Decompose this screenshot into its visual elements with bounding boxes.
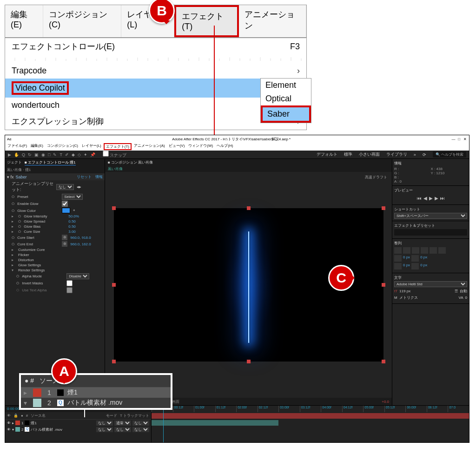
- submenu-optical[interactable]: Optical: [261, 92, 311, 105]
- menu-item-effect-controls[interactable]: エフェクトコントロール(E) F3: [5, 38, 306, 55]
- dist-v-icon[interactable]: [411, 255, 419, 262]
- next-frame-icon[interactable]: ▶: [435, 196, 438, 201]
- color-swatch[interactable]: [33, 388, 41, 397]
- shape-tool-icon[interactable]: □: [48, 152, 50, 157]
- last-frame-icon[interactable]: ⏭: [440, 196, 445, 201]
- brush-tool-icon[interactable]: ✐: [65, 152, 69, 157]
- submenu-saber[interactable]: Saber: [261, 105, 311, 123]
- selection-handle[interactable]: [112, 206, 116, 210]
- align-vcenter-icon[interactable]: [430, 247, 437, 254]
- dist-h2-icon[interactable]: [394, 263, 402, 270]
- parent-select[interactable]: なし: [132, 421, 149, 426]
- fx-reset-link[interactable]: リセット: [77, 174, 92, 179]
- preset-select[interactable]: Select: [62, 194, 83, 200]
- align-bottom-icon[interactable]: [438, 247, 446, 254]
- stamp-tool-icon[interactable]: ◆: [72, 152, 75, 157]
- menu-edit[interactable]: 編集(E): [5, 5, 43, 37]
- workspace-library[interactable]: ライブラリ: [386, 151, 407, 158]
- preset-nav-icon[interactable]: ◂▸: [77, 184, 81, 189]
- text-tool-icon[interactable]: T: [60, 152, 62, 157]
- workspace-default[interactable]: デフォルト: [317, 151, 337, 158]
- menu-comp-sm[interactable]: コンポジション(C): [46, 143, 79, 150]
- tracking-value[interactable]: 0: [465, 296, 467, 300]
- camera-tool-icon[interactable]: ▣: [34, 152, 39, 157]
- inset-row-1[interactable]: ▸ 1 煙1: [21, 388, 171, 398]
- timeline-track-area[interactable]: [152, 412, 469, 442]
- menu-item-trapcode[interactable]: Trapcode›: [5, 63, 306, 79]
- color-swatch[interactable]: [33, 399, 41, 407]
- help-search-input[interactable]: 🔍 ヘルプを検索: [433, 151, 466, 158]
- zoom-tool-icon[interactable]: Q: [22, 152, 25, 157]
- submenu-element[interactable]: Element: [261, 79, 311, 92]
- menu-window-sm[interactable]: ウィンドウ(W): [187, 143, 214, 150]
- customize-core-group[interactable]: Customize Core: [18, 248, 60, 252]
- timeline-layer-row[interactable]: 👁▸ 1 煙1 なし 通常 なし: [5, 420, 151, 426]
- core-start-value[interactable]: 960.0, 918.0: [70, 236, 91, 240]
- maximize-button[interactable]: □: [457, 137, 462, 141]
- font-size-value[interactable]: 119 px: [399, 289, 410, 293]
- glow-intensity-value[interactable]: 50.0%: [68, 214, 79, 218]
- first-frame-icon[interactable]: ⏮: [417, 196, 422, 201]
- selection-tool-icon[interactable]: ▶: [8, 152, 11, 157]
- dist-v2-icon[interactable]: [411, 263, 419, 270]
- workspace-more-icon[interactable]: »: [414, 152, 416, 157]
- workspace-small[interactable]: 小さい画面: [359, 151, 380, 158]
- align-top-icon[interactable]: [421, 247, 428, 254]
- layer-clip[interactable]: [152, 420, 278, 426]
- rotate-tool-icon[interactable]: ↻: [28, 152, 32, 157]
- selection-handle[interactable]: [112, 360, 116, 363]
- fx-about-link[interactable]: 情報: [95, 174, 103, 179]
- eraser-tool-icon[interactable]: ◇: [78, 152, 81, 157]
- alpha-mode-select[interactable]: Disable: [66, 273, 89, 279]
- shortcut-select[interactable]: Shift+スペースバー: [394, 213, 467, 219]
- leading-value[interactable]: 自動: [460, 289, 467, 294]
- selection-handle[interactable]: [247, 360, 251, 363]
- lock-column-icon[interactable]: 🔒: [13, 414, 18, 418]
- glow-settings-group[interactable]: Glow Settings: [18, 263, 60, 267]
- dist-h-icon[interactable]: [394, 255, 402, 262]
- menu-file[interactable]: ファイル(F): [6, 143, 28, 150]
- pen-tool-icon[interactable]: ✎: [53, 152, 57, 157]
- layer-clip[interactable]: [152, 413, 469, 419]
- dist-px[interactable]: 0 px: [403, 255, 410, 262]
- hand-tool-icon[interactable]: ✋: [14, 152, 19, 157]
- flicker-group[interactable]: Flicker: [18, 253, 60, 257]
- menu-animation[interactable]: アニメーション: [239, 5, 306, 37]
- core-size-value[interactable]: 3.00: [68, 230, 76, 234]
- menu-effect-sm[interactable]: エフェクト(T): [104, 143, 132, 150]
- menu-effect[interactable]: エフェクト(T): [174, 5, 239, 37]
- selection-handle[interactable]: [112, 283, 116, 287]
- align-hcenter-icon[interactable]: [403, 247, 410, 254]
- crosshair-icon[interactable]: ⊕: [62, 241, 67, 247]
- sync-icon[interactable]: ⟳: [423, 152, 426, 157]
- source-name-header[interactable]: ソース名: [31, 413, 46, 418]
- glow-color-swatch[interactable]: [62, 208, 70, 213]
- anim-preset-select[interactable]: なし: [56, 184, 74, 190]
- comp-viewer[interactable]: 高速ドラフト C: [105, 172, 392, 398]
- selection-handle[interactable]: [382, 206, 385, 210]
- glow-spread-value[interactable]: 0.50: [68, 219, 76, 224]
- selection-handle[interactable]: [382, 283, 385, 287]
- close-button[interactable]: ✕: [463, 137, 467, 141]
- trackmatte-header[interactable]: T トラックマット: [120, 413, 149, 418]
- playhead[interactable]: [163, 406, 164, 442]
- timeline-layer-row[interactable]: 👁▾ 2 Q バトル横素材 .mov なし なし なし: [5, 426, 151, 433]
- menu-composition[interactable]: コンポジション(C): [43, 5, 121, 37]
- minimize-button[interactable]: —: [451, 137, 456, 141]
- project-tab[interactable]: ジェクト: [7, 160, 22, 165]
- snap-checkbox[interactable]: [103, 151, 109, 157]
- comp-crumb[interactable]: 黒い肖像: [105, 166, 392, 172]
- comp-tab[interactable]: ■ コンポジション 黒い肖像: [108, 160, 153, 164]
- metrics-value[interactable]: メトリクス: [399, 295, 418, 300]
- roto-tool-icon[interactable]: ✦: [84, 152, 87, 157]
- mode-select[interactable]: なし: [96, 427, 113, 432]
- saber-effect[interactable]: [247, 231, 250, 343]
- eye-column-icon[interactable]: 👁: [7, 414, 11, 418]
- crosshair-icon[interactable]: ⊕: [62, 235, 67, 240]
- layer-color-swatch[interactable]: [15, 427, 20, 432]
- mode-header[interactable]: モード: [106, 413, 117, 418]
- layer-color-swatch[interactable]: [15, 421, 20, 425]
- use-text-alpha-checkbox[interactable]: [66, 287, 73, 293]
- effect-controls-tab[interactable]: ■ エフェクトコントロール 煙1: [25, 160, 76, 165]
- trackmatte-select[interactable]: 通常: [114, 421, 131, 426]
